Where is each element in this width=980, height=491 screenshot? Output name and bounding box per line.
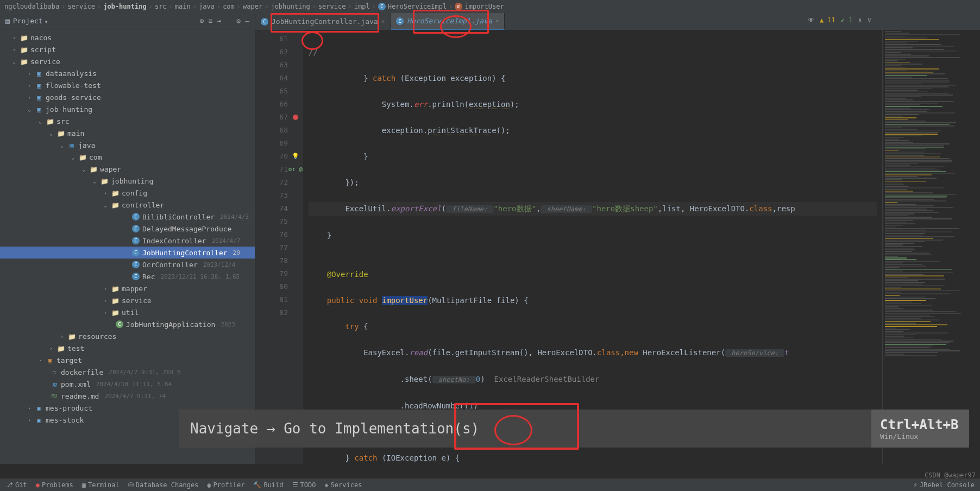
crumb-method[interactable]: mimportUser	[455, 3, 504, 10]
breakpoint-icon[interactable]	[293, 115, 298, 120]
minimize-icon[interactable]: —	[245, 17, 249, 25]
minimap[interactable]	[882, 30, 980, 464]
crumb[interactable]: com	[223, 3, 235, 10]
crumb[interactable]: ngcloudalibaba	[4, 3, 59, 10]
shortcut-key: Ctrl+Alt+B	[880, 417, 969, 432]
project-sidebar: ▤ Project ⊕ ≡ ⇥ ⚙ — ›nacos›script⌄servic…	[0, 13, 255, 464]
tree-item-java[interactable]: ⌄▣java	[0, 139, 255, 151]
code-line: .sheet(	[309, 375, 432, 383]
tree-item-Rec[interactable]: CRec2023/12/21 16:38, 1.65	[0, 270, 255, 282]
terminal-button[interactable]: ▣ Terminal	[82, 481, 120, 489]
todo-button[interactable]: ☰ TODO	[292, 481, 316, 489]
target-icon[interactable]: ⊕	[200, 17, 204, 25]
code-line: });	[309, 178, 359, 187]
project-tree[interactable]: ›nacos›script⌄service›▣dataanalysis›▣flo…	[0, 29, 255, 428]
gutter-markers[interactable]: 💡o↑ @	[288, 30, 303, 464]
line-gutter[interactable]: 6162636465666768697071727374757677787980…	[255, 30, 288, 464]
flatten-icon[interactable]: ≡	[209, 17, 213, 25]
code-line: try	[309, 322, 363, 331]
action-label: Navigate → Go to Implementation(s)	[179, 420, 871, 437]
services-button[interactable]: ◈ Services	[324, 481, 362, 489]
tree-item-service[interactable]: ›service	[0, 294, 255, 306]
jrebel-button[interactable]: ⚡ JRebel Console	[914, 481, 975, 489]
tree-item-src[interactable]: ⌄src	[0, 115, 255, 127]
lightbulb-icon[interactable]: 💡	[292, 150, 299, 163]
inspection-summary[interactable]: 👁 ▲ 11 ✔ 1 ∧ ∨	[808, 16, 871, 24]
tree-item-main[interactable]: ⌄main	[0, 127, 255, 139]
code-line: EasyExcel.	[309, 348, 409, 357]
code-line: @Override	[309, 270, 368, 279]
tree-item-com[interactable]: ⌄com	[0, 151, 255, 163]
close-icon[interactable]: ×	[495, 17, 499, 24]
shortcut-box: Ctrl+Alt+B Win/Linux	[871, 410, 969, 448]
crumb[interactable]: service	[67, 3, 95, 10]
tree-item-job-hunting[interactable]: ⌄▣job-hunting	[0, 103, 255, 115]
tree-item-target[interactable]: ›▣target	[0, 354, 255, 366]
presentation-assistant: Navigate → Go to Implementation(s) Ctrl+…	[179, 410, 969, 448]
up-icon[interactable]: ∧	[858, 16, 862, 24]
crumb[interactable]: service	[318, 3, 346, 10]
crumb[interactable]: main	[175, 3, 191, 10]
tree-item-OcrController[interactable]: COcrController2023/12/4	[0, 259, 255, 270]
status-bar: ⎇ Git ● Problems ▣ Terminal ⛁ Database C…	[0, 478, 980, 491]
project-dropdown[interactable]: Project	[13, 17, 48, 25]
git-button[interactable]: ⎇ Git	[5, 481, 27, 489]
tree-item-test[interactable]: ›test	[0, 342, 255, 354]
tab-JobHuntingController.java[interactable]: CJobHuntingController.java×	[255, 13, 391, 30]
watermark: CSDN @waper97	[925, 471, 976, 479]
tree-item-config[interactable]: ›config	[0, 187, 255, 199]
crumb-class[interactable]: CHeroServiceImpl	[378, 3, 447, 10]
code-line: exception.	[309, 126, 428, 135]
crumb[interactable]: java	[199, 3, 215, 10]
tree-item-dockerfile[interactable]: ▫dockerfile2024/4/7 9:31, 269 B	[0, 366, 255, 378]
tree-item-flowable-test[interactable]: ›▣flowable-test	[0, 79, 255, 91]
code-line: }	[309, 152, 368, 161]
tree-item-script[interactable]: ›script	[0, 43, 255, 55]
tree-item-pom.xml[interactable]: mpom.xml2024/4/18 11:11, 5.84	[0, 378, 255, 390]
warning-count[interactable]: ▲ 11	[820, 16, 835, 24]
collapse-icon[interactable]: ⇥	[217, 17, 222, 25]
tree-item-controller[interactable]: ⌄controller	[0, 199, 255, 211]
code-line: //	[309, 48, 318, 56]
breadcrumb: ngcloudalibaba› service› job-hunting› sr…	[0, 0, 980, 13]
code-line: ExcelUtil.	[309, 204, 391, 213]
code-line: }	[309, 454, 354, 462]
tree-item-JobHuntingApplication[interactable]: CJobHuntingApplication2023	[0, 318, 255, 330]
tree-item-waper[interactable]: ⌄waper	[0, 163, 255, 175]
tree-item-JobHuntingController[interactable]: CJobHuntingController20	[0, 247, 255, 259]
tree-item-goods-service[interactable]: ›▣goods-service	[0, 91, 255, 103]
build-button[interactable]: 🔨 Build	[253, 481, 283, 489]
code-line: }	[309, 231, 331, 240]
tree-item-BilibliController[interactable]: CBilibliController2024/4/3	[0, 211, 255, 223]
problems-button[interactable]: ● Problems	[36, 481, 73, 489]
shortcut-os: Win/Linux	[880, 432, 969, 440]
tree-item-nacos[interactable]: ›nacos	[0, 32, 255, 43]
ok-count[interactable]: ✔ 1	[841, 16, 853, 24]
project-header: ▤ Project ⊕ ≡ ⇥ ⚙ —	[0, 13, 255, 29]
code-line: .headRowNumber(	[309, 401, 469, 410]
override-icon[interactable]: o↑ @	[288, 163, 303, 176]
crumb[interactable]: src	[155, 3, 167, 10]
tab-HeroServiceImpl.java[interactable]: CHeroServiceImpl.java×	[391, 13, 505, 30]
tree-item-util[interactable]: ›util	[0, 306, 255, 318]
down-icon[interactable]: ∨	[868, 16, 871, 24]
db-changes-button[interactable]: ⛁ Database Changes	[128, 481, 199, 489]
tree-item-IndexController[interactable]: CIndexController2024/4/7	[0, 235, 255, 247]
gear-icon[interactable]: ⚙	[236, 17, 241, 25]
profiler-button[interactable]: ◉ Profiler	[207, 481, 244, 489]
code-editor[interactable]: // } catch (Exception exception) { Syste…	[303, 30, 882, 464]
tree-item-readme.md[interactable]: MDreadme.md2024/4/7 9:31, 74	[0, 390, 255, 402]
tree-item-DelayedMessageProduce[interactable]: CDelayedMessageProduce	[0, 223, 255, 235]
tree-item-jobhunting[interactable]: ⌄jobhunting	[0, 175, 255, 187]
tree-item-service[interactable]: ⌄service	[0, 55, 255, 67]
crumb[interactable]: jobhunting	[271, 3, 310, 10]
crumb[interactable]: waper	[243, 3, 262, 10]
code-line: System.	[309, 100, 414, 109]
close-icon[interactable]: ×	[381, 18, 385, 25]
eye-icon[interactable]: 👁	[808, 16, 814, 24]
tree-item-resources[interactable]: ›resources	[0, 330, 255, 342]
tree-item-dataanalysis[interactable]: ›▣dataanalysis	[0, 67, 255, 79]
tree-item-mapper[interactable]: ›mapper	[0, 282, 255, 294]
crumb[interactable]: impl	[354, 3, 370, 10]
crumb[interactable]: job-hunting	[103, 3, 146, 10]
